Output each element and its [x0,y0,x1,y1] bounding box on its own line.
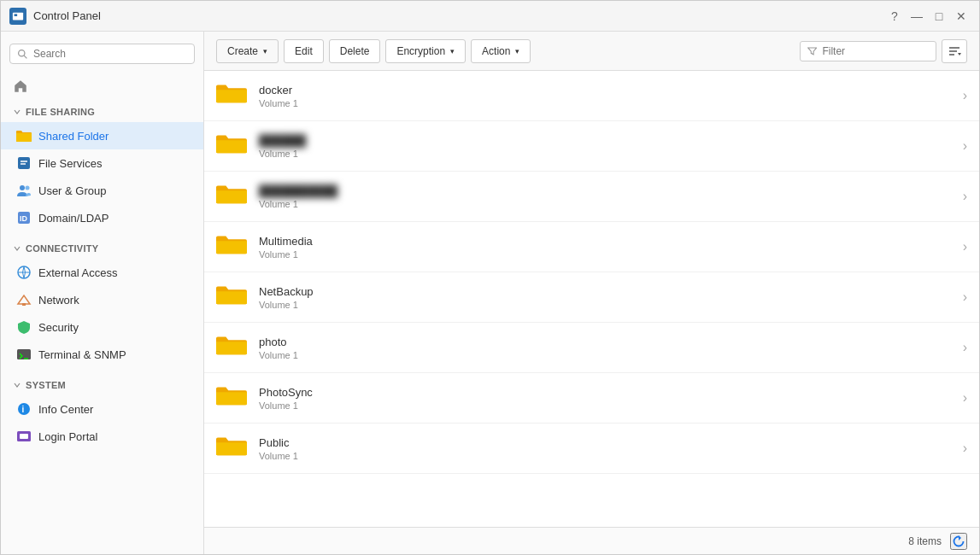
refresh-icon [952,535,965,548]
section-file-sharing[interactable]: File Sharing [1,102,203,122]
sort-icon [948,44,961,58]
encryption-label: Encryption [396,45,445,57]
collapse-icon [13,108,21,116]
login-portal-label: Login Portal [38,430,97,443]
folder-item-blurred-2[interactable]: ██████████ Volume 1 › [204,172,979,222]
folder-icon-photosync [216,382,249,414]
folder-sub-photosync: Volume 1 [259,400,953,411]
terminal-snmp-label: Terminal & SNMP [38,348,126,361]
chevron-photo: › [963,340,967,355]
sidebar: File Sharing Shared Folder File Services [1,32,204,554]
folder-item-blurred-1[interactable]: ██████ Volume 1 › [204,121,979,172]
shared-folder-label: Shared Folder [38,130,109,143]
filter-box[interactable] [800,41,936,61]
sidebar-item-shared-folder[interactable]: Shared Folder [1,122,203,149]
titlebar: Control Panel ? — □ ✕ [1,1,979,32]
sidebar-item-info-center[interactable]: i Info Center [1,395,203,423]
folder-item-public[interactable]: Public Volume 1 › [204,424,979,474]
folder-item-photosync[interactable]: PhotoSync Volume 1 › [204,373,979,424]
folder-sub-blurred-2: Volume 1 [259,199,953,209]
section-connectivity-label: Connectivity [26,243,99,254]
folder-sub-docker: Volume 1 [259,98,953,108]
sidebar-item-external-access[interactable]: External Access [1,259,203,286]
folder-list: docker Volume 1 › ██████ V [204,71,979,527]
folder-info-photosync: PhotoSync Volume 1 [259,386,953,411]
search-input[interactable] [33,48,187,60]
sidebar-item-file-services[interactable]: File Services [1,149,203,177]
action-label: Action [482,45,510,57]
delete-label: Delete [340,45,370,57]
user-group-icon [16,183,32,198]
svg-rect-1 [15,14,18,16]
maximize-button[interactable]: □ [930,7,948,26]
external-access-icon [16,265,32,280]
terminal-icon [16,347,32,362]
sidebar-item-terminal-snmp[interactable]: Terminal & SNMP [1,341,203,368]
create-button[interactable]: Create ▾ [216,39,279,63]
folder-sub-multimedia: Volume 1 [259,249,953,260]
folder-item-netbackup[interactable]: NetBackup Volume 1 › [204,272,979,323]
search-icon [17,49,28,60]
sidebar-item-login-portal[interactable]: Login Portal [1,423,203,450]
network-icon [16,292,32,307]
svg-text:ID: ID [20,214,28,223]
sidebar-item-domain-ldap[interactable]: ID Domain/LDAP [1,204,203,231]
items-count: 8 items [908,535,942,547]
folder-name-netbackup: NetBackup [259,285,953,298]
login-portal-icon [16,429,32,444]
folder-info-public: Public Volume 1 [259,436,953,461]
folder-name-public: Public [259,436,953,449]
network-label: Network [38,294,79,307]
folder-name-photosync: PhotoSync [259,386,953,399]
encryption-dropdown-arrow: ▾ [450,47,455,56]
svg-rect-11 [22,303,26,306]
sidebar-item-network[interactable]: Network [1,286,203,313]
svg-line-3 [24,56,26,58]
domain-ldap-label: Domain/LDAP [38,212,109,225]
filter-input[interactable] [822,45,929,57]
filter-icon [807,45,817,56]
section-system[interactable]: System [1,375,203,395]
folder-info-multimedia: Multimedia Volume 1 [259,235,953,260]
section-system-label: System [26,380,66,390]
titlebar-title: Control Panel [33,9,878,22]
close-button[interactable]: ✕ [952,7,971,26]
file-services-label: File Services [38,157,102,170]
search-box[interactable] [9,44,195,64]
sidebar-item-user-group[interactable]: User & Group [1,177,203,204]
svg-rect-17 [20,434,28,439]
edit-label: Edit [295,45,313,57]
edit-button[interactable]: Edit [284,39,324,63]
action-button[interactable]: Action ▾ [471,39,531,63]
svg-point-2 [19,50,25,56]
folder-item-docker[interactable]: docker Volume 1 › [204,71,979,121]
action-dropdown-arrow: ▾ [515,47,519,56]
main-content: File Sharing Shared Folder File Services [1,32,979,554]
sidebar-item-home[interactable] [1,73,203,100]
sort-button[interactable] [942,39,967,63]
info-center-label: Info Center [38,403,93,416]
chevron-netbackup: › [963,289,967,305]
folder-name-docker: docker [259,84,953,96]
sidebar-search-container [1,38,203,73]
chevron-public: › [963,441,967,456]
svg-rect-12 [17,349,31,359]
user-group-label: User & Group [38,184,106,197]
folder-item-photo[interactable]: photo Volume 1 › [204,323,979,373]
encryption-button[interactable]: Encryption ▾ [385,39,466,63]
sidebar-item-security[interactable]: Security [1,313,203,341]
folder-name-blurred-2: ██████████ [259,184,953,197]
help-button[interactable]: ? [885,7,904,26]
folder-sub-photo: Volume 1 [259,350,953,360]
minimize-button[interactable]: — [907,7,926,26]
folder-icon-netbackup [216,281,249,313]
folder-info-blurred-1: ██████ Volume 1 [259,134,953,159]
svg-point-5 [20,185,25,190]
refresh-button[interactable] [950,533,967,550]
folder-item-multimedia[interactable]: Multimedia Volume 1 › [204,222,979,272]
folder-info-photo: photo Volume 1 [259,336,953,360]
main-window: Control Panel ? — □ ✕ [0,0,980,555]
delete-button[interactable]: Delete [329,39,381,63]
section-connectivity[interactable]: Connectivity [1,238,203,259]
folder-info-netbackup: NetBackup Volume 1 [259,285,953,310]
